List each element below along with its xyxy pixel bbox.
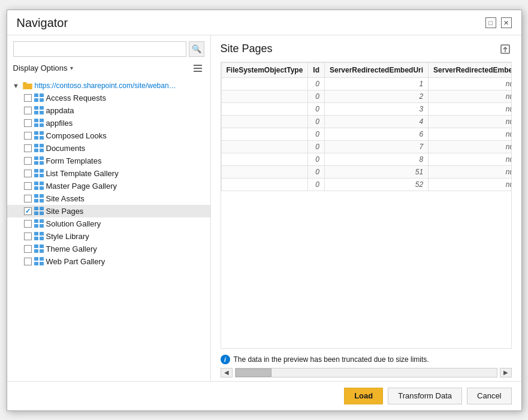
item-checkbox[interactable]	[24, 182, 32, 190]
tree-item[interactable]: Master Page Gallery	[7, 180, 210, 192]
truncation-note: i The data in the preview has been trunc…	[221, 355, 512, 364]
tree-item[interactable]: Access Requests	[7, 92, 210, 104]
tree-action-button[interactable]	[191, 62, 204, 75]
search-button[interactable]: 🔍	[189, 41, 204, 57]
tree-item[interactable]: Form Templates	[7, 155, 210, 167]
tree-item[interactable]: Site Assets	[7, 192, 210, 205]
minimize-button[interactable]: □	[485, 17, 496, 28]
cell-server-uri: null	[429, 128, 512, 140]
svg-rect-45	[34, 219, 38, 223]
svg-rect-47	[34, 224, 38, 228]
list-icon	[34, 244, 44, 253]
tree-root-item[interactable]: ▼ https://contoso.sharepoint.com/site/we…	[7, 80, 210, 92]
right-panel-title: Site Pages	[221, 43, 273, 55]
tree-item[interactable]: appfiles	[7, 117, 210, 129]
navigator-dialog: Navigator □ ✕ 🔍 Display Options ▾	[7, 10, 522, 411]
cell-id: 51	[325, 165, 429, 178]
item-label: appfiles	[46, 119, 73, 128]
svg-rect-39	[34, 199, 38, 203]
cell-filesystem	[221, 102, 308, 115]
panel-icon-button[interactable]	[499, 43, 512, 56]
table-row: 052null	[221, 178, 512, 191]
list-icon	[34, 182, 44, 190]
list-icon	[34, 131, 44, 140]
cell-server-uri: null	[429, 178, 512, 191]
tree-icon	[193, 64, 203, 73]
cell-server-uri: null	[429, 140, 512, 153]
cell-id: 52	[325, 178, 429, 191]
tree-item[interactable]: appdata	[7, 104, 210, 117]
svg-rect-28	[40, 161, 44, 165]
cell-id: 4	[325, 115, 429, 128]
svg-rect-10	[40, 106, 44, 110]
svg-rect-18	[40, 131, 44, 135]
svg-rect-8	[40, 98, 44, 102]
svg-rect-5	[34, 93, 38, 97]
cell-server-uri: null	[429, 102, 512, 115]
svg-rect-25	[34, 156, 38, 160]
svg-rect-4	[23, 82, 26, 84]
table-row: 07null	[221, 140, 512, 153]
item-checkbox[interactable]	[24, 195, 32, 203]
item-checkbox[interactable]	[24, 170, 32, 177]
item-checkbox[interactable]	[24, 157, 32, 165]
search-area: 🔍	[7, 41, 210, 62]
svg-rect-6	[40, 93, 44, 97]
table-header-row: FileSystemObjectType Id ServerRedirected…	[221, 62, 512, 77]
svg-rect-57	[34, 257, 38, 261]
svg-rect-59	[34, 262, 38, 265]
table-body: 01null02null03null04null06null07null08nu…	[221, 77, 512, 191]
close-button[interactable]: ✕	[501, 17, 512, 28]
svg-rect-40	[40, 199, 44, 203]
item-label: Style Library	[46, 232, 89, 241]
cancel-button[interactable]: Cancel	[467, 388, 511, 404]
item-label: Solution Gallery	[46, 219, 101, 228]
item-checkbox[interactable]	[24, 207, 32, 215]
transform-data-button[interactable]: Transform Data	[388, 388, 462, 404]
tree-item[interactable]: Theme Gallery	[7, 243, 210, 255]
svg-rect-12	[40, 111, 44, 114]
svg-rect-30	[40, 169, 44, 173]
item-checkbox[interactable]	[24, 119, 32, 127]
svg-rect-42	[40, 207, 44, 210]
tree-item[interactable]: Style Library	[7, 230, 210, 243]
cell-value1: 0	[308, 140, 325, 153]
cell-value1: 0	[308, 165, 325, 178]
scroll-right-button[interactable]: ▶	[500, 368, 512, 377]
display-options-button[interactable]: Display Options ▾	[13, 64, 73, 72]
truncation-text: The data in the preview has been truncat…	[234, 355, 429, 364]
svg-rect-48	[40, 224, 44, 228]
load-button[interactable]: Load	[344, 388, 383, 404]
display-options-arrow: ▾	[70, 65, 73, 71]
search-input[interactable]	[13, 41, 186, 57]
svg-rect-52	[40, 237, 44, 240]
item-checkbox[interactable]	[24, 94, 32, 102]
svg-rect-11	[34, 111, 38, 114]
item-checkbox[interactable]	[24, 232, 32, 240]
tree-item[interactable]: List Template Gallery	[7, 167, 210, 180]
scroll-left-button[interactable]: ◀	[221, 368, 233, 377]
cell-server-uri: null	[429, 153, 512, 165]
item-checkbox[interactable]	[24, 107, 32, 114]
window-controls: □ ✕	[485, 17, 512, 28]
item-checkbox[interactable]	[24, 144, 32, 152]
tree-item[interactable]: Documents	[7, 142, 210, 155]
svg-rect-41	[34, 207, 38, 210]
svg-rect-34	[40, 182, 44, 185]
item-checkbox[interactable]	[24, 245, 32, 253]
item-checkbox[interactable]	[24, 258, 32, 265]
scroll-track[interactable]	[235, 368, 497, 377]
cell-server-uri: null	[429, 165, 512, 178]
tree-item[interactable]: Composed Looks	[7, 129, 210, 142]
col-id: Id	[308, 62, 325, 77]
col-filesystem: FileSystemObjectType	[221, 62, 308, 77]
tree-item[interactable]: Web Part Gallery	[7, 255, 210, 268]
cell-server-uri: null	[429, 90, 512, 102]
scroll-thumb[interactable]	[236, 368, 271, 377]
tree-item[interactable]: Solution Gallery	[7, 217, 210, 230]
svg-rect-32	[40, 174, 44, 177]
item-checkbox[interactable]	[24, 220, 32, 228]
tree-item[interactable]: Site Pages	[7, 205, 210, 217]
item-checkbox[interactable]	[24, 132, 32, 140]
cell-value1: 0	[308, 90, 325, 102]
